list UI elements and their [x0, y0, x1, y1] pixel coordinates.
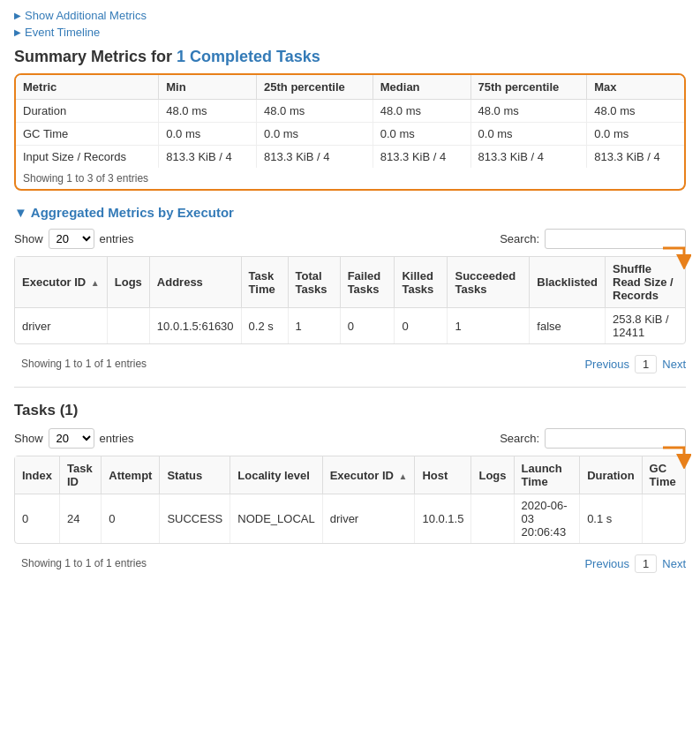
- event-timeline-toggle[interactable]: ▶ Event Timeline: [14, 26, 686, 39]
- tasks-right-controls: Search:: [500, 428, 686, 449]
- table-cell: 0.0 ms: [470, 123, 587, 146]
- table-cell: 253.8 KiB / 12411: [606, 308, 686, 344]
- table-cell: 48.0 ms: [470, 100, 587, 123]
- table-cell: 2020-06-03 20:06:43: [514, 494, 580, 544]
- summary-row: GC Time0.0 ms0.0 ms0.0 ms0.0 ms0.0 ms: [16, 123, 684, 146]
- table-cell: 0: [15, 494, 59, 544]
- table-cell: [107, 308, 149, 344]
- table-cell: NODE_LOCAL: [230, 494, 322, 544]
- tasks-prev-btn[interactable]: Previous: [584, 557, 629, 570]
- arrow-down-right-icon: [659, 245, 691, 269]
- table-cell: 0: [340, 308, 395, 344]
- aggregated-section: ▼ Aggregated Metrics by Executor Show 20…: [14, 205, 686, 378]
- agg-col-task-time: Task Time: [241, 257, 288, 308]
- tasks-page-num[interactable]: 1: [635, 554, 657, 573]
- table-cell: Duration: [16, 100, 159, 123]
- aggregated-pagination-row: Showing 1 to 1 of 1 entries Previous 1 N…: [14, 350, 686, 378]
- tasks-search-container: [545, 428, 686, 449]
- table-cell: 0: [395, 308, 448, 344]
- show-additional-label: Show Additional Metrics: [25, 9, 147, 22]
- table-cell: 48.0 ms: [373, 100, 470, 123]
- agg-col-logs: Logs: [107, 257, 149, 308]
- tasks-pagination: Previous 1 Next: [584, 554, 686, 573]
- tasks-title: Tasks (1): [14, 402, 686, 419]
- task-col-locality: Locality level: [230, 456, 322, 494]
- summary-row: Input Size / Records813.3 KiB / 4813.3 K…: [16, 146, 684, 169]
- divider: [14, 387, 686, 388]
- tasks-show-label: Show: [14, 432, 43, 445]
- tasks-search-label: Search:: [500, 432, 539, 445]
- agg-col-total-tasks: Total Tasks: [288, 257, 340, 308]
- table-cell: 48.0 ms: [587, 100, 684, 123]
- summary-table: Metric Min 25th percentile Median 75th p…: [16, 75, 684, 168]
- tasks-table: Index Task ID Attempt Status Locality le…: [15, 456, 685, 543]
- tasks-show-select[interactable]: 20 40 60 100: [49, 428, 94, 449]
- tasks-showing: Showing 1 to 1 of 1 entries: [14, 553, 154, 574]
- summary-col-p25: 25th percentile: [257, 75, 373, 100]
- summary-col-p75: 75th percentile: [470, 75, 587, 100]
- aggregated-header[interactable]: ▼ Aggregated Metrics by Executor: [14, 205, 686, 220]
- event-timeline-label: Event Timeline: [25, 26, 100, 39]
- agg-col-address: Address: [149, 257, 241, 308]
- tasks-controls: Show 20 40 60 100 entries Search:: [14, 428, 686, 449]
- table-cell: 24: [59, 494, 101, 544]
- table-cell: 813.3 KiB / 4: [373, 146, 470, 169]
- table-cell: 0.2 s: [241, 308, 288, 344]
- agg-col-killed-tasks: Killed Tasks: [395, 257, 448, 308]
- aggregated-page-num[interactable]: 1: [635, 355, 657, 373]
- task-col-task-id: Task ID: [59, 456, 101, 494]
- aggregated-next-btn[interactable]: Next: [662, 358, 686, 371]
- table-cell: false: [530, 308, 606, 344]
- tasks-section: Tasks (1) Show 20 40 60 100 entries Sear…: [14, 402, 686, 577]
- aggregated-right-controls: Search:: [500, 229, 686, 249]
- task-col-index: Index: [15, 456, 59, 494]
- task-col-executor-id[interactable]: Executor ID ▲: [322, 456, 415, 494]
- aggregated-entries-label: entries: [100, 232, 134, 245]
- chevron-right-icon-2: ▶: [14, 27, 21, 37]
- aggregated-left-controls: Show 20 40 60 100 entries: [14, 229, 134, 249]
- aggregated-show-select[interactable]: 20 40 60 100: [49, 229, 94, 249]
- table-cell: 813.3 KiB / 4: [587, 146, 684, 169]
- table-cell: [471, 494, 514, 544]
- summary-col-max: Max: [587, 75, 684, 100]
- aggregated-controls: Show 20 40 60 100 entries Search:: [14, 229, 686, 249]
- table-cell: GC Time: [16, 123, 159, 146]
- table-cell: 0.1 s: [580, 494, 642, 544]
- chevron-right-icon: ▶: [14, 11, 21, 20]
- task-col-attempt: Attempt: [102, 456, 160, 494]
- table-cell: 813.3 KiB / 4: [159, 146, 257, 169]
- summary-col-median: Median: [373, 75, 470, 100]
- task-col-logs: Logs: [471, 456, 514, 494]
- aggregated-search-label: Search:: [500, 232, 539, 245]
- table-cell: 10.0.1.5: [415, 494, 471, 544]
- table-cell: 1: [288, 308, 340, 344]
- table-cell: 0: [102, 494, 160, 544]
- table-cell: 10.0.1.5:61630: [149, 308, 241, 344]
- summary-showing: Showing 1 to 3 of 3 entries: [16, 168, 684, 189]
- tasks-table-wrapper: Index Task ID Attempt Status Locality le…: [14, 456, 686, 544]
- aggregated-showing: Showing 1 to 1 of 1 entries: [14, 353, 154, 374]
- summary-highlight: 1 Completed Tasks: [177, 48, 320, 65]
- table-cell: driver: [322, 494, 415, 544]
- aggregated-show-label: Show: [14, 232, 43, 245]
- task-col-launch-time: Launch Time: [514, 456, 580, 494]
- task-row: 0240SUCCESSNODE_LOCALdriver10.0.1.52020-…: [15, 494, 685, 544]
- table-cell: Input Size / Records: [16, 146, 159, 169]
- summary-col-metric: Metric: [16, 75, 159, 100]
- task-col-status: Status: [160, 456, 230, 494]
- aggregated-title: Aggregated Metrics by Executor: [31, 205, 234, 220]
- task-col-host: Host: [415, 456, 471, 494]
- show-additional-toggle[interactable]: ▶ Show Additional Metrics: [14, 9, 686, 22]
- table-cell: driver: [15, 308, 107, 344]
- tasks-next-btn[interactable]: Next: [662, 557, 686, 570]
- agg-col-blacklisted: Blacklisted: [530, 257, 606, 308]
- table-cell: 813.3 KiB / 4: [470, 146, 587, 169]
- table-cell: 0.0 ms: [373, 123, 470, 146]
- aggregated-table: Executor ID ▲ Logs Address Task Time Tot…: [15, 257, 685, 343]
- aggregated-prev-btn[interactable]: Previous: [584, 358, 629, 371]
- summary-col-min: Min: [159, 75, 257, 100]
- tasks-left-controls: Show 20 40 60 100 entries: [14, 428, 134, 449]
- table-cell: 1: [448, 308, 530, 344]
- agg-col-executor-id[interactable]: Executor ID ▲: [15, 257, 107, 308]
- task-col-duration: Duration: [580, 456, 642, 494]
